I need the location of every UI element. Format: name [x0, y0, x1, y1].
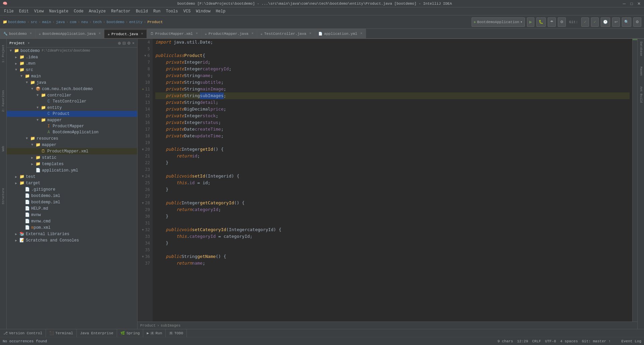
tree-item-controller[interactable]: ▼ 📁 controller [7, 92, 137, 98]
tree-item-idea[interactable]: ▶ 📁 .idea [7, 54, 137, 60]
menu-item-view[interactable]: View [32, 8, 47, 14]
tree-item-package[interactable]: ▼ 📦 com.neu.tech.bootdemo [7, 86, 137, 92]
run-config-selector[interactable]: ▶ BootdemoApplication ▾ [472, 17, 525, 27]
tree-arrow-package[interactable]: ▼ [30, 87, 35, 91]
tree-arrow-test[interactable]: ▶ [13, 175, 19, 179]
sidebar-sync-button[interactable]: ⊕ [118, 41, 121, 46]
tree-item-testcontroller[interactable]: C TestController [7, 98, 137, 105]
sidebar-close-button[interactable]: × [132, 41, 135, 46]
tab-testcontroller-java[interactable]: ☕TestController.java× [257, 29, 315, 38]
code-editor[interactable]: 4 5 ▼6 7 8 9 10 ⚠11 12 13 14 15 16 17 18… [138, 39, 637, 322]
tree-item-mvn[interactable]: ▶ 📁 .mvn [7, 60, 137, 67]
settings-button[interactable]: ⚙ [633, 17, 641, 27]
tree-arrow-external[interactable]: ▶ [13, 232, 19, 236]
menu-item-analyze[interactable]: Analyze [86, 8, 108, 14]
tree-arrow-scratches[interactable]: ▶ [13, 238, 19, 243]
tab-close-6[interactable]: × [360, 32, 362, 36]
spring-tab[interactable]: 🌿 Spring [117, 329, 144, 337]
tree-item-application-yml[interactable]: 📄 application.yml [7, 167, 137, 174]
tree-arrow-controller[interactable]: ▼ [35, 93, 40, 97]
todo-tab[interactable]: 6 TODO [166, 329, 187, 337]
menu-item-tools[interactable]: Tools [163, 8, 181, 14]
tree-item-main[interactable]: ▼ 📁 main [7, 73, 137, 79]
git-undo-button[interactable]: ↩ [612, 17, 620, 27]
maven-panel-button[interactable]: Maven [639, 65, 643, 77]
tab-close-1[interactable]: × [99, 32, 101, 36]
tree-item-target[interactable]: ▶ 📁 target [7, 180, 137, 186]
tree-arrow-root[interactable]: ▼ [8, 49, 13, 53]
tree-item-src[interactable]: ▼ 📁 src [7, 67, 137, 73]
sidebar-settings-button[interactable]: ⚙ [127, 41, 131, 46]
menu-item-file[interactable]: File [1, 8, 16, 14]
version-control-tab[interactable]: ⎇ Version Control [0, 329, 46, 337]
menu-item-edit[interactable]: Edit [16, 8, 32, 14]
tree-arrow-main[interactable]: ▼ [19, 74, 24, 78]
tree-item-mapper-folder[interactable]: ▼ 📁 mapper [7, 117, 137, 123]
breadcrumb-entity[interactable]: entity [129, 20, 143, 24]
status-git[interactable]: Git: master ↑ [582, 339, 611, 343]
tree-arrow-static[interactable]: ▶ [30, 156, 35, 160]
tree-item-mvnw[interactable]: 📄 mvnw [7, 212, 137, 218]
tree-item-entity[interactable]: ▼ 📁 entity [7, 105, 137, 111]
structure-panel-button[interactable]: Structure [0, 183, 6, 210]
menu-item-help[interactable]: Help [213, 8, 228, 14]
menu-item-build[interactable]: Build [133, 8, 151, 14]
breadcrumb-bootdemo[interactable]: bootdemo [8, 20, 26, 24]
database-panel-button[interactable]: Database [639, 40, 643, 57]
tree-item-bootdemoapplication[interactable]: A BootdemoApplication [7, 129, 137, 135]
tree-item-productmapper-java[interactable]: I ProductMapper [7, 123, 137, 129]
java-enterprise-tab[interactable]: Java Enterprise [77, 329, 117, 337]
tree-item-resources-mapper[interactable]: ▼ 📁 mapper [7, 142, 137, 148]
web-panel-button[interactable]: Web [0, 135, 6, 162]
breadcrumb-neu[interactable]: neu [81, 20, 88, 24]
close-button[interactable]: ✕ [637, 1, 641, 6]
tree-item-resources[interactable]: ▼ 📁 resources [7, 135, 137, 142]
tree-arrow-src[interactable]: ▼ [13, 68, 19, 72]
tree-item-templates[interactable]: ▶ 📁 templates [7, 161, 137, 167]
breadcrumb-tech[interactable]: tech [93, 20, 102, 24]
status-event-log[interactable]: Event Log [622, 339, 641, 343]
minimize-button[interactable]: ─ [622, 1, 627, 6]
tree-item-productmapper-xml[interactable]: 🗒 ProductMapper.xml [7, 148, 137, 154]
tree-arrow-mvn[interactable]: ▶ [13, 62, 19, 66]
breadcrumb-src[interactable]: src [31, 20, 37, 24]
git-ok-button[interactable]: ✓ [591, 17, 599, 27]
tree-item-test[interactable]: ▶ 📁 test [7, 174, 137, 180]
tab-productmapper-xml[interactable]: 🗒ProductMapper.xml× [147, 29, 202, 38]
tree-arrow-mapper[interactable]: ▼ [35, 118, 40, 122]
menu-item-run[interactable]: Run [151, 8, 163, 14]
tab-close-4[interactable]: × [252, 32, 254, 36]
ant-build-panel-button[interactable]: Ant Build [639, 85, 643, 104]
breadcrumb-main[interactable]: main [42, 20, 51, 24]
breadcrumb-product[interactable]: Product [147, 20, 163, 24]
tab-close-3[interactable]: × [196, 32, 198, 36]
tree-item-pom-xml[interactable]: 📄 m pom.xml [7, 224, 137, 231]
maximize-button[interactable]: □ [629, 1, 634, 6]
tree-item-scratches[interactable]: ▶ 📝 Scratches and Consoles [7, 237, 137, 244]
tree-item-bootdemo-iml[interactable]: 📄 bootdemo.iml [7, 193, 137, 199]
tree-item-java-folder[interactable]: ▼ 📁 java [7, 79, 137, 86]
tab-bootdemoapplication-java[interactable]: ☕BootdemoApplication.java× [36, 29, 104, 38]
tab-application-yml[interactable]: 📄application.yml× [315, 29, 366, 38]
tab-close-2[interactable]: × [141, 32, 143, 36]
tree-arrow-target[interactable]: ▶ [13, 181, 19, 185]
tree-item-root[interactable]: ▼ 📁 bootdemo F:\IdeaProjects\bootdemo [7, 48, 137, 54]
tree-arrow-idea[interactable]: ▶ [13, 55, 19, 59]
tree-item-help-md[interactable]: 📄 HELP.md [7, 205, 137, 212]
sidebar-collapse-button[interactable]: ⊟ [122, 41, 126, 46]
run-tab[interactable]: ▶ 4 Run [143, 329, 166, 337]
build-button[interactable]: ⚙ [558, 17, 566, 27]
tree-item-external-libraries[interactable]: ▶ 📚 External Libraries [7, 231, 137, 237]
breadcrumb-bootdemo2[interactable]: bootdemo [107, 20, 124, 24]
tree-arrow-java[interactable]: ▼ [24, 81, 30, 84]
run-button[interactable]: ▶ [527, 17, 534, 27]
menu-item-window[interactable]: Window [193, 8, 213, 14]
tab-productmapper-java[interactable]: ☕ProductMapper.java× [202, 29, 257, 38]
status-time[interactable]: 12:29 [517, 339, 528, 343]
tree-arrow-resources-mapper[interactable]: ▼ [30, 143, 35, 147]
debug-button[interactable]: 🐛 [536, 17, 546, 27]
tab-close-0[interactable]: × [30, 32, 32, 36]
favorites-panel-button[interactable]: 2: Favorites [0, 88, 6, 115]
menu-item-vcs[interactable]: VCS [181, 8, 194, 14]
tree-item-gitignore[interactable]: 📄 .gitignore [7, 186, 137, 193]
